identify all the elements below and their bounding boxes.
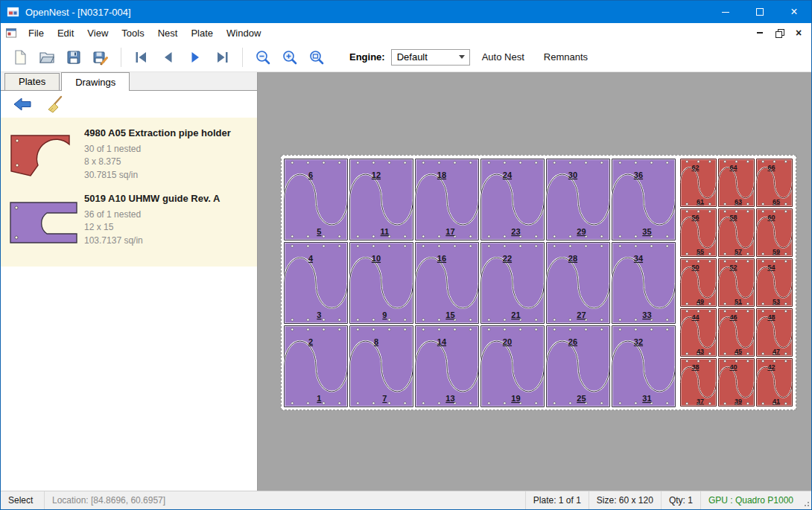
import-arrow-icon[interactable] bbox=[11, 94, 34, 115]
zoom-in-icon[interactable] bbox=[276, 45, 303, 69]
part-thumbnail bbox=[7, 127, 83, 182]
menu-tools[interactable]: Tools bbox=[115, 25, 150, 42]
nest-cell[interactable]: 1211 bbox=[349, 158, 414, 241]
mdi-restore-icon[interactable] bbox=[770, 25, 789, 40]
part-number: 5 bbox=[317, 227, 321, 236]
title-bar: OpenNest - [N0317-004] × bbox=[1, 1, 811, 23]
nest-cell[interactable]: 3231 bbox=[611, 325, 676, 408]
nest-cell[interactable]: 87 bbox=[349, 325, 414, 408]
nest-cell[interactable]: 65 bbox=[283, 158, 349, 241]
nest-canvas[interactable]: 6512111817242330293635431091615222128273… bbox=[258, 72, 811, 491]
nest-cell[interactable]: 5049 bbox=[679, 258, 717, 307]
nest-cell[interactable]: 109 bbox=[349, 241, 414, 325]
menu-file[interactable]: File bbox=[22, 25, 51, 42]
part-number: 29 bbox=[577, 227, 586, 236]
nest-cell[interactable]: 3029 bbox=[545, 158, 611, 241]
menu-plate[interactable]: Plate bbox=[184, 25, 220, 42]
menu-window[interactable]: Window bbox=[220, 25, 267, 42]
nest-cell[interactable]: 5453 bbox=[755, 258, 793, 307]
nest-cell[interactable]: 1615 bbox=[414, 241, 480, 325]
nest-cell[interactable]: 2019 bbox=[480, 325, 545, 408]
part-number: 49 bbox=[697, 298, 704, 305]
auto-nest-button[interactable]: Auto Nest bbox=[475, 46, 532, 68]
menu-nest[interactable]: Nest bbox=[151, 25, 185, 42]
nest-cell[interactable]: 4645 bbox=[717, 307, 755, 357]
zoom-out-icon[interactable] bbox=[250, 45, 276, 69]
mdi-close-icon[interactable]: × bbox=[789, 25, 808, 40]
remnants-button[interactable]: Remnants bbox=[536, 46, 595, 68]
go-previous-icon[interactable] bbox=[155, 45, 182, 69]
part-number: 61 bbox=[697, 198, 704, 205]
document-icon[interactable] bbox=[5, 27, 19, 39]
main-toolbar: Engine: Default Auto Nest Remnants bbox=[1, 42, 811, 72]
nest-cell[interactable]: 2221 bbox=[480, 241, 545, 325]
part-number: 62 bbox=[691, 164, 699, 171]
part-number: 45 bbox=[735, 348, 742, 355]
open-file-icon[interactable] bbox=[34, 45, 60, 69]
nest-cell[interactable]: 2827 bbox=[545, 241, 611, 325]
save-as-icon[interactable] bbox=[87, 45, 114, 69]
nest-cell[interactable]: 6665 bbox=[755, 158, 793, 208]
nest-cell[interactable]: 43 bbox=[283, 241, 349, 325]
save-icon[interactable] bbox=[60, 45, 87, 69]
status-location: Location: [84.8696, 60.6957] bbox=[44, 491, 525, 509]
part-number: 32 bbox=[634, 337, 643, 346]
clean-broom-icon[interactable] bbox=[44, 94, 66, 115]
go-last-icon[interactable] bbox=[209, 45, 235, 69]
nest-cell[interactable]: 5251 bbox=[717, 258, 755, 307]
nest-cell[interactable]: 4443 bbox=[679, 307, 717, 357]
nest-cell[interactable]: 6059 bbox=[755, 208, 793, 258]
nest-cell[interactable]: 1413 bbox=[414, 325, 480, 408]
part-number: 11 bbox=[381, 227, 390, 236]
nest-cell[interactable]: 5857 bbox=[717, 208, 755, 258]
part-number: 54 bbox=[767, 264, 775, 271]
nest-cell[interactable]: 3837 bbox=[679, 357, 717, 407]
nest-cell[interactable]: 21 bbox=[283, 325, 349, 408]
part-nested-count: 30 of 1 nested bbox=[84, 143, 231, 156]
new-file-icon[interactable] bbox=[7, 45, 34, 69]
nest-cell[interactable]: 4039 bbox=[717, 357, 755, 407]
drawings-list: 4980 A05 Extraction pipe holder 30 of 1 … bbox=[1, 118, 257, 267]
part-number: 33 bbox=[642, 310, 651, 319]
zoom-fit-icon[interactable] bbox=[303, 45, 330, 69]
menu-view[interactable]: View bbox=[80, 25, 115, 42]
plate-sheet[interactable]: 6512111817242330293635431091615222128273… bbox=[281, 155, 796, 410]
nest-cell[interactable]: 5655 bbox=[679, 208, 717, 258]
list-item[interactable]: 4980 A05 Extraction pipe holder 30 of 1 … bbox=[1, 122, 257, 188]
part-number: 42 bbox=[767, 363, 775, 371]
engine-value: Default bbox=[397, 51, 428, 63]
nest-cell[interactable]: 3635 bbox=[611, 158, 676, 241]
nest-cell[interactable]: 4847 bbox=[755, 307, 793, 357]
drawings-toolbar bbox=[1, 91, 257, 118]
nest-cell[interactable]: 3433 bbox=[611, 241, 676, 325]
nest-cell[interactable]: 6463 bbox=[717, 158, 755, 208]
part-title: 5019 A10 UHMW guide Rev. A bbox=[84, 192, 220, 206]
close-icon[interactable]: × bbox=[777, 1, 811, 23]
part-number: 21 bbox=[511, 310, 520, 319]
engine-combobox[interactable]: Default bbox=[391, 49, 470, 66]
tab-drawings[interactable]: Drawings bbox=[61, 72, 130, 91]
tab-plates[interactable]: Plates bbox=[4, 73, 60, 90]
go-next-icon[interactable] bbox=[182, 45, 209, 69]
extraction-pipe-holder-shape bbox=[7, 130, 75, 179]
nest-cell[interactable]: 2423 bbox=[480, 158, 545, 241]
part-number: 40 bbox=[729, 363, 737, 371]
minimize-icon[interactable] bbox=[708, 1, 743, 23]
go-first-icon[interactable] bbox=[128, 45, 155, 69]
menu-edit[interactable]: Edit bbox=[51, 25, 80, 42]
part-number: 13 bbox=[445, 394, 454, 403]
nest-cell[interactable]: 6261 bbox=[679, 158, 717, 208]
part-number: 19 bbox=[511, 394, 520, 403]
maximize-icon[interactable] bbox=[743, 1, 777, 23]
part-number: 39 bbox=[735, 398, 742, 405]
resize-grip[interactable] bbox=[801, 491, 811, 509]
part-number: 1 bbox=[317, 394, 321, 403]
list-item[interactable]: 5019 A10 UHMW guide Rev. A 36 of 1 neste… bbox=[1, 188, 257, 258]
part-number: 24 bbox=[503, 170, 513, 179]
nest-cell[interactable]: 1817 bbox=[414, 158, 480, 241]
nest-cell[interactable]: 4241 bbox=[755, 357, 793, 407]
nest-cell[interactable]: 2625 bbox=[545, 325, 611, 408]
part-title: 4980 A05 Extraction pipe holder bbox=[84, 127, 231, 141]
status-plate: Plate: 1 of 1 bbox=[525, 491, 589, 509]
mdi-minimize-icon[interactable] bbox=[750, 25, 770, 40]
